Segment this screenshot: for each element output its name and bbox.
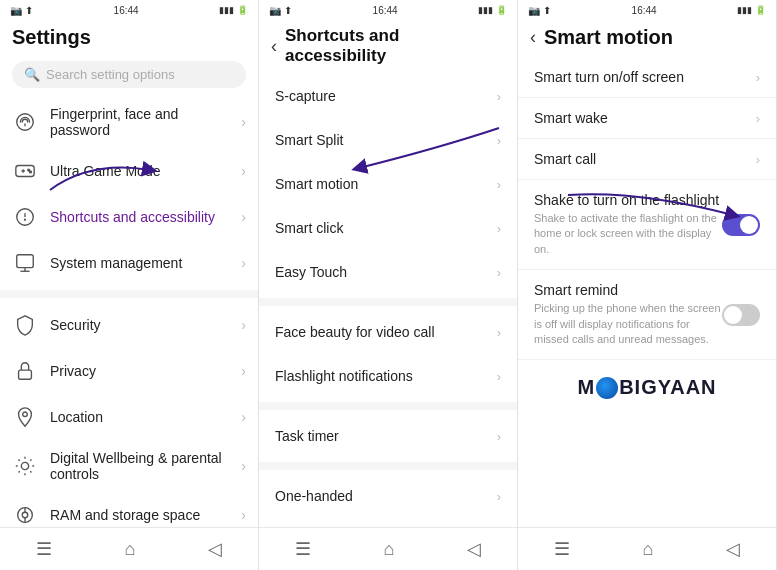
item-accessible[interactable]: Accessible › bbox=[259, 518, 517, 527]
shortcuts-panel: 📷 ⬆ 16:44 ▮▮▮ 🔋 ‹ Shortcuts and accessib… bbox=[259, 0, 518, 570]
status-time-2: 16:44 bbox=[373, 5, 398, 16]
bottom-nav-2: ☰ ⌂ ◁ bbox=[259, 527, 517, 570]
item-smartcall[interactable]: Smart call › bbox=[518, 139, 776, 180]
smartturn-label: Smart turn on/off screen bbox=[534, 69, 684, 85]
status-left-2: 📷 ⬆ bbox=[269, 5, 292, 16]
status-right-1: ▮▮▮ 🔋 bbox=[219, 5, 248, 15]
svg-point-16 bbox=[22, 512, 28, 518]
settings-panel: 📷 ⬆ 16:44 ▮▮▮ 🔋 Settings 🔍 Search settin… bbox=[0, 0, 259, 570]
svg-point-14 bbox=[21, 462, 28, 469]
item-facebeauty[interactable]: Face beauty for video call › bbox=[259, 310, 517, 354]
menu-item-fingerprint[interactable]: Fingerprint, face and password › bbox=[0, 96, 258, 148]
chevron-fingerprint: › bbox=[241, 114, 246, 130]
menu-item-game[interactable]: Ultra Game Mode › bbox=[0, 148, 258, 194]
onehanded-label: One-handed bbox=[275, 488, 497, 504]
location-icon bbox=[12, 404, 38, 430]
fingerprint-icon bbox=[12, 109, 38, 135]
security-icon bbox=[12, 312, 38, 338]
fingerprint-label: Fingerprint, face and password bbox=[50, 106, 229, 138]
system-label: System management bbox=[50, 255, 229, 271]
item-smartwake[interactable]: Smart wake › bbox=[518, 98, 776, 139]
menu-item-system[interactable]: System management › bbox=[0, 240, 258, 286]
watermark-logo: MBIGYAAN bbox=[577, 376, 716, 400]
nav-menu-1[interactable]: ☰ bbox=[36, 538, 52, 560]
nav-home-3[interactable]: ⌂ bbox=[643, 539, 654, 560]
item-shakeflash[interactable]: Shake to turn on the flashlight Shake to… bbox=[518, 180, 776, 270]
item-smartremind[interactable]: Smart remind Picking up the phone when t… bbox=[518, 270, 776, 360]
shakeflash-desc: Shake to activate the flashlight on the … bbox=[534, 211, 722, 257]
status-time-3: 16:44 bbox=[632, 5, 657, 16]
status-bar-1: 📷 ⬆ 16:44 ▮▮▮ 🔋 bbox=[0, 0, 258, 20]
smartsplit-label: Smart Split bbox=[275, 132, 497, 148]
chevron-game: › bbox=[241, 163, 246, 179]
privacy-icon bbox=[12, 358, 38, 384]
svg-point-4 bbox=[28, 169, 30, 171]
chevron-shortcuts: › bbox=[241, 209, 246, 225]
chevron-smartcall: › bbox=[756, 152, 760, 167]
item-scapture[interactable]: S-capture › bbox=[259, 74, 517, 118]
smartmotion-list: Smart turn on/off screen › Smart wake › … bbox=[518, 57, 776, 527]
toggle-knob-shake bbox=[740, 216, 758, 234]
facebeauty-label: Face beauty for video call bbox=[275, 324, 497, 340]
privacy-label: Privacy bbox=[50, 363, 229, 379]
status-left-3: 📷 ⬆ bbox=[528, 5, 551, 16]
nav-home-2[interactable]: ⌂ bbox=[384, 539, 395, 560]
divider-s2 bbox=[259, 402, 517, 410]
location-label: Location bbox=[50, 409, 229, 425]
nav-menu-2[interactable]: ☰ bbox=[295, 538, 311, 560]
item-smartsplit[interactable]: Smart Split › bbox=[259, 118, 517, 162]
chevron-easytouch: › bbox=[497, 265, 501, 280]
item-flashnotif[interactable]: Flashlight notifications › bbox=[259, 354, 517, 398]
chevron-onehanded: › bbox=[497, 489, 501, 504]
svg-point-5 bbox=[30, 171, 32, 173]
settings-title: Settings bbox=[12, 26, 246, 49]
item-smartturn[interactable]: Smart turn on/off screen › bbox=[518, 57, 776, 98]
menu-item-location[interactable]: Location › bbox=[0, 394, 258, 440]
back-button-shortcuts[interactable]: ‹ bbox=[271, 36, 277, 57]
settings-menu-list: Fingerprint, face and password › Ultra G… bbox=[0, 96, 258, 527]
nav-menu-3[interactable]: ☰ bbox=[554, 538, 570, 560]
menu-item-shortcuts[interactable]: Shortcuts and accessibility › bbox=[0, 194, 258, 240]
menu-item-wellbeing[interactable]: Digital Wellbeing & parental controls › bbox=[0, 440, 258, 492]
svg-point-13 bbox=[23, 412, 28, 417]
chevron-scapture: › bbox=[497, 89, 501, 104]
item-smartmotion[interactable]: Smart motion › bbox=[259, 162, 517, 206]
wellbeing-label: Digital Wellbeing & parental controls bbox=[50, 450, 229, 482]
status-bar-2: 📷 ⬆ 16:44 ▮▮▮ 🔋 bbox=[259, 0, 517, 20]
settings-header: Settings bbox=[0, 20, 258, 57]
smartremind-toggle[interactable] bbox=[722, 304, 760, 326]
back-button-smartmotion[interactable]: ‹ bbox=[530, 27, 536, 48]
search-bar[interactable]: 🔍 Search setting options bbox=[12, 61, 246, 88]
menu-item-privacy[interactable]: Privacy › bbox=[0, 348, 258, 394]
item-tasktimer[interactable]: Task timer › bbox=[259, 414, 517, 458]
svg-point-0 bbox=[17, 114, 34, 131]
item-easytouch[interactable]: Easy Touch › bbox=[259, 250, 517, 294]
shortcuts-menu-list: S-capture › Smart Split › Smart motion ›… bbox=[259, 74, 517, 527]
item-onehanded[interactable]: One-handed › bbox=[259, 474, 517, 518]
bottom-nav-3: ☰ ⌂ ◁ bbox=[518, 527, 776, 570]
chevron-smartclick: › bbox=[497, 221, 501, 236]
chevron-facebeauty: › bbox=[497, 325, 501, 340]
smartcall-label: Smart call bbox=[534, 151, 596, 167]
svg-rect-9 bbox=[17, 255, 34, 268]
nav-back-3[interactable]: ◁ bbox=[726, 538, 740, 560]
menu-item-ram[interactable]: RAM and storage space › bbox=[0, 492, 258, 527]
chevron-ram: › bbox=[241, 507, 246, 523]
bottom-nav-1: ☰ ⌂ ◁ bbox=[0, 527, 258, 570]
item-smartclick[interactable]: Smart click › bbox=[259, 206, 517, 250]
game-icon bbox=[12, 158, 38, 184]
watermark-area: MBIGYAAN bbox=[518, 360, 776, 408]
system-icon bbox=[12, 250, 38, 276]
nav-back-1[interactable]: ◁ bbox=[208, 538, 222, 560]
status-left-1: 📷 ⬆ bbox=[10, 5, 33, 16]
nav-back-2[interactable]: ◁ bbox=[467, 538, 481, 560]
ram-label: RAM and storage space bbox=[50, 507, 229, 523]
smartremind-label: Smart remind bbox=[534, 282, 722, 298]
nav-home-1[interactable]: ⌂ bbox=[125, 539, 136, 560]
status-right-2: ▮▮▮ 🔋 bbox=[478, 5, 507, 15]
shakeflash-toggle[interactable] bbox=[722, 214, 760, 236]
menu-item-security[interactable]: Security › bbox=[0, 302, 258, 348]
smartremind-desc: Picking up the phone when the screen is … bbox=[534, 301, 722, 347]
chevron-smartwake: › bbox=[756, 111, 760, 126]
chevron-flashnotif: › bbox=[497, 369, 501, 384]
